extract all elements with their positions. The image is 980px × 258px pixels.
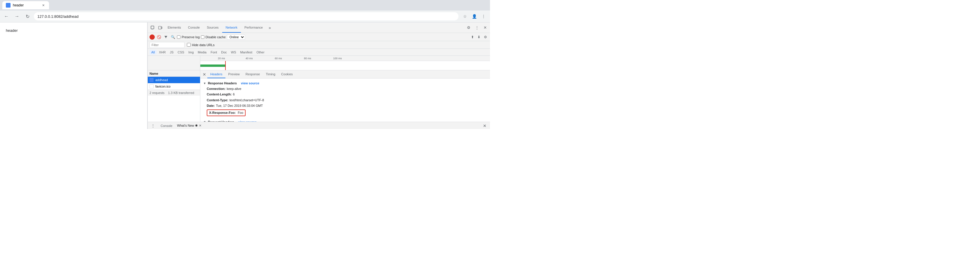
name-column-header: Name bbox=[150, 72, 158, 75]
tab-network[interactable]: Network bbox=[222, 22, 241, 33]
request-icon-addhead bbox=[150, 78, 154, 82]
requests-header: Name bbox=[148, 70, 200, 77]
timeline-name-column bbox=[148, 56, 200, 70]
header-connection-name: Connection: bbox=[207, 87, 226, 91]
requests-count: 2 requests bbox=[150, 91, 164, 95]
type-filter-media[interactable]: Media bbox=[196, 50, 208, 55]
bottom-whats-new-close[interactable]: ✕ bbox=[199, 124, 202, 128]
svg-rect-0 bbox=[151, 26, 154, 29]
browser-chrome: header ✕ ← → ↻ 127.0.0.1:8082/addhead ☆ … bbox=[0, 0, 490, 22]
filter-input[interactable] bbox=[150, 42, 185, 48]
network-toolbar: 🚫 🔍 Preserve log Disable cache Online ⬆ … bbox=[148, 33, 490, 41]
details-tab-cookies[interactable]: Cookies bbox=[278, 70, 296, 78]
details-tab-headers[interactable]: Headers bbox=[207, 70, 226, 78]
page-content: header bbox=[0, 22, 148, 129]
tab-close-button[interactable]: ✕ bbox=[41, 3, 46, 8]
type-filter-font[interactable]: Font bbox=[209, 50, 219, 55]
filter-icon-button[interactable] bbox=[163, 34, 169, 40]
refresh-button[interactable]: ↻ bbox=[23, 12, 32, 21]
ruler-80ms: 80 ms bbox=[304, 57, 311, 60]
header-content-length-name: Content-Length: bbox=[207, 92, 232, 97]
forward-button[interactable]: → bbox=[13, 12, 21, 21]
type-filter-img[interactable]: Img bbox=[186, 50, 196, 55]
devtools-toolbar: Elements Console Sources Network Perform… bbox=[148, 22, 490, 33]
devtools-top-right: ⚙ ⋮ ✕ bbox=[465, 24, 489, 32]
type-filter-all[interactable]: All bbox=[150, 50, 156, 55]
header-content-type: Content-Type: text/html;charset=UTF-8 bbox=[203, 98, 487, 103]
filter-bar: Hide data URLs bbox=[148, 41, 490, 49]
tab-console[interactable]: Console bbox=[185, 22, 203, 33]
devtools-more-button[interactable]: ⋮ bbox=[473, 24, 480, 32]
bottom-page-close-button[interactable]: ✕ bbox=[482, 123, 488, 129]
transferred-size: 1.3 KB transferred bbox=[168, 91, 194, 95]
header-content-length-value: 6 bbox=[233, 92, 235, 97]
hide-data-urls-checkbox[interactable] bbox=[187, 43, 191, 47]
address-right: ☆ 👤 ⋮ bbox=[461, 12, 488, 21]
tab-bar: header ✕ bbox=[0, 0, 490, 11]
tab-elements[interactable]: Elements bbox=[164, 22, 185, 33]
type-filter-xhr[interactable]: XHR bbox=[157, 50, 167, 55]
inspect-element-button[interactable] bbox=[149, 24, 156, 32]
tab-title: header bbox=[13, 3, 24, 7]
back-button[interactable]: ← bbox=[2, 12, 11, 21]
import-icon-button[interactable]: ⬆ bbox=[469, 34, 476, 40]
response-headers-toggle[interactable]: ▼ bbox=[203, 82, 206, 85]
close-devtools-button[interactable]: ✕ bbox=[481, 24, 489, 32]
header-content-type-name: Content-Type: bbox=[207, 98, 228, 103]
header-connection: Connection: keep-alive bbox=[203, 86, 487, 92]
request-name-favicon: favicon.ico bbox=[155, 85, 170, 88]
settings-button[interactable]: ⚙ bbox=[465, 24, 473, 32]
record-button[interactable] bbox=[150, 35, 155, 40]
device-toggle-button[interactable] bbox=[156, 24, 164, 32]
more-tabs-button[interactable]: » bbox=[266, 22, 273, 33]
ruler-60ms: 60 ms bbox=[275, 57, 282, 60]
export-icon-button[interactable]: ⬇ bbox=[476, 34, 482, 40]
details-tab-timing[interactable]: Timing bbox=[263, 70, 278, 78]
header-connection-value: keep-alive bbox=[227, 87, 241, 91]
request-headers-section: ▼ Request Headers view source bbox=[203, 119, 487, 122]
header-x-response-foo: X-Response-Foo: Foo bbox=[203, 109, 487, 117]
details-tab-response[interactable]: Response bbox=[243, 70, 263, 78]
type-filter-other[interactable]: Other bbox=[255, 50, 266, 55]
type-filter-css[interactable]: CSS bbox=[176, 50, 186, 55]
address-input[interactable]: 127.0.0.1:8082/addhead bbox=[34, 12, 458, 21]
tab-sources[interactable]: Sources bbox=[203, 22, 222, 33]
bottom-bar: ⋮ Console What's New ✱ ✕ ✕ bbox=[148, 122, 490, 129]
throttle-select[interactable]: Online bbox=[227, 35, 245, 40]
request-item-addhead[interactable]: addhead bbox=[148, 77, 200, 83]
address-bar: ← → ↻ 127.0.0.1:8082/addhead ☆ 👤 ⋮ bbox=[0, 11, 490, 22]
hide-data-urls-label[interactable]: Hide data URLs bbox=[187, 43, 215, 47]
details-panel: ✕ Headers Preview Response Timing Cookie… bbox=[200, 70, 490, 122]
preserve-log-label[interactable]: Preserve log bbox=[177, 35, 200, 39]
search-icon-button[interactable]: 🔍 bbox=[170, 34, 176, 40]
clear-button[interactable]: 🚫 bbox=[156, 34, 162, 40]
response-headers-view-source[interactable]: view source bbox=[241, 81, 259, 85]
request-icon-favicon bbox=[150, 84, 154, 89]
request-item-favicon[interactable]: favicon.ico bbox=[148, 83, 200, 90]
settings-network-button[interactable]: ⚙ bbox=[482, 34, 488, 40]
bottom-menu-button[interactable]: ⋮ bbox=[150, 123, 156, 129]
bottom-tab-console[interactable]: Console bbox=[161, 124, 172, 128]
menu-button[interactable]: ⋮ bbox=[479, 12, 488, 21]
preserve-log-checkbox[interactable] bbox=[177, 35, 180, 39]
svg-rect-4 bbox=[161, 27, 162, 28]
timeline-area: 20 ms 40 ms 60 ms 80 ms 100 ms bbox=[148, 56, 490, 70]
bookmark-button[interactable]: ☆ bbox=[461, 12, 469, 21]
disable-cache-label[interactable]: Disable cache bbox=[201, 35, 226, 39]
details-tab-preview[interactable]: Preview bbox=[226, 70, 243, 78]
type-filter-js[interactable]: JS bbox=[168, 50, 175, 55]
details-close-button[interactable]: ✕ bbox=[202, 71, 207, 78]
details-tabs: ✕ Headers Preview Response Timing Cookie… bbox=[200, 70, 490, 79]
type-filter-manifest[interactable]: Manifest bbox=[239, 50, 255, 55]
main-layout: header Elements bbox=[0, 22, 490, 129]
bottom-tab-whats-new[interactable]: What's New ✱ ✕ bbox=[177, 124, 201, 128]
type-filter-ws[interactable]: WS bbox=[229, 50, 238, 55]
tab-performance[interactable]: Performance bbox=[241, 22, 266, 33]
devtools-panel: Elements Console Sources Network Perform… bbox=[148, 22, 490, 129]
network-waterfall-bar bbox=[200, 65, 225, 67]
type-filter-doc[interactable]: Doc bbox=[219, 50, 229, 55]
browser-tab[interactable]: header ✕ bbox=[2, 1, 49, 9]
disable-cache-checkbox[interactable] bbox=[201, 35, 204, 39]
profile-button[interactable]: 👤 bbox=[470, 12, 478, 21]
request-name-addhead: addhead bbox=[155, 78, 168, 82]
